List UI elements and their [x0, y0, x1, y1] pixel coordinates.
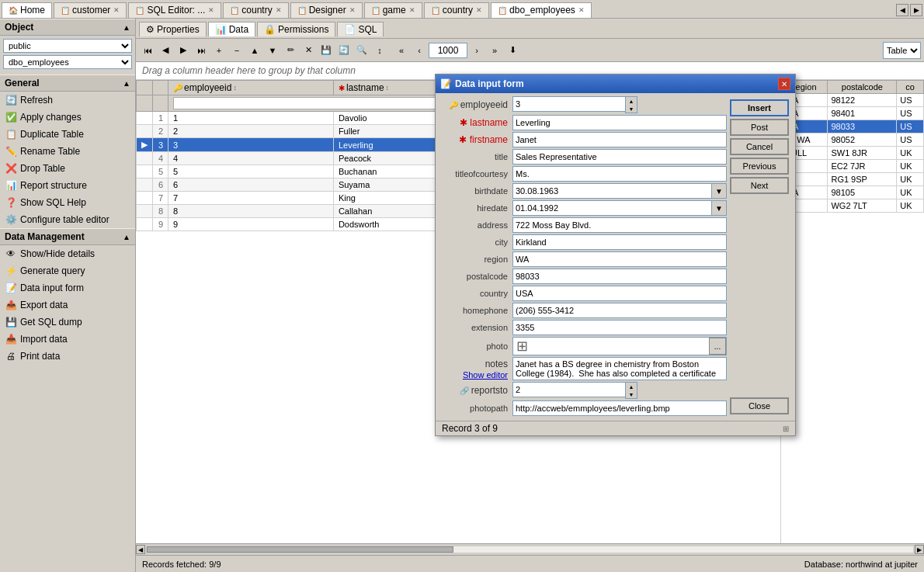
homephone-input[interactable]: (206) 555-3412: [512, 303, 727, 318]
insert-button[interactable]: Insert: [730, 99, 789, 116]
key-icon: 🔑: [449, 101, 458, 109]
post-button[interactable]: Post: [730, 119, 789, 136]
form-row-lastname: ✱ lastname Leverling: [439, 115, 727, 130]
form-row-birthdate: birthdate 30.08.1963 ▼: [439, 183, 727, 199]
label-homephone: homephone: [439, 306, 512, 315]
label-city: city: [439, 237, 512, 247]
form-row-region: region WA: [439, 251, 727, 267]
next-button[interactable]: Next: [730, 177, 789, 194]
label-photo: photo: [439, 341, 512, 351]
form-row-notes: notes Show editor Janet has a BS degree …: [439, 357, 727, 380]
birthdate-wrap: 30.08.1963 ▼: [512, 183, 727, 199]
label-region: region: [439, 255, 512, 264]
firstname-input[interactable]: Janet: [512, 132, 727, 147]
employeeid-input[interactable]: 3: [512, 96, 625, 112]
req-star-firstname: ✱: [459, 134, 469, 145]
employeeid-spin-down[interactable]: ▼: [626, 105, 637, 113]
label-country: country: [439, 289, 512, 298]
title-input[interactable]: Sales Representative: [512, 149, 727, 165]
label-birthdate: birthdate: [439, 186, 512, 196]
fk-icon: 🔗: [460, 387, 469, 395]
label-postalcode: postalcode: [439, 272, 512, 281]
hiredate-input[interactable]: 01.04.1992: [512, 200, 711, 216]
label-titleofcourtesy: titleofcourtesy: [439, 169, 512, 179]
form-row-employeeid: 🔑 employeeid 3 ▲ ▼: [439, 96, 727, 113]
modal-status-bar: Record 3 of 9 ⊞: [436, 421, 795, 435]
show-editor-link[interactable]: Show editor: [463, 370, 508, 380]
label-extension: extension: [439, 323, 512, 332]
extension-input[interactable]: 3355: [512, 320, 727, 335]
country-input[interactable]: USA: [512, 286, 727, 301]
reportsto-wrap: 2 ▲ ▼: [512, 382, 637, 399]
label-reportsto: 🔗 reportsto: [439, 385, 512, 396]
birthdate-picker-btn[interactable]: ▼: [711, 183, 727, 199]
hiredate-picker-btn[interactable]: ▼: [711, 200, 727, 216]
lastname-input[interactable]: Leverling: [512, 115, 727, 130]
form-area: 🔑 employeeid 3 ▲ ▼ ✱ las: [439, 96, 727, 418]
titleofcourtesy-input[interactable]: Ms.: [512, 166, 727, 182]
reportsto-spinners: ▲ ▼: [625, 382, 637, 399]
employeeid-input-wrap: 3 ▲ ▼: [512, 96, 637, 113]
form-row-extension: extension 3355: [439, 320, 727, 335]
data-input-modal: 📝 Data input form ✕ 🔑 employeeid 3 ▲ ▼: [435, 74, 796, 436]
employeeid-spin-up[interactable]: ▲: [626, 97, 637, 105]
postalcode-input[interactable]: 98033: [512, 269, 727, 284]
photopath-input[interactable]: http://accweb/emmployees/leverling.bmp: [512, 400, 727, 416]
label-hiredate: hiredate: [439, 203, 512, 213]
city-input[interactable]: Kirkland: [512, 234, 727, 250]
record-status: Record 3 of 9: [442, 423, 498, 434]
btn-spacer: [730, 196, 789, 395]
form-row-postalcode: postalcode 98033: [439, 269, 727, 284]
address-input[interactable]: 722 Moss Bay Blvd.: [512, 217, 727, 233]
reportsto-input[interactable]: 2: [512, 382, 625, 397]
reportsto-spin-down[interactable]: ▼: [626, 390, 637, 398]
form-row-firstname: ✱ firstname Janet: [439, 132, 727, 147]
label-lastname: ✱ lastname: [439, 117, 512, 128]
label-notes: notes Show editor: [439, 357, 512, 380]
form-row-title: title Sales Representative: [439, 149, 727, 165]
resize-handle[interactable]: ⊞: [783, 425, 789, 433]
form-row-country: country USA: [439, 286, 727, 301]
modal-close-btn[interactable]: ✕: [778, 78, 790, 90]
form-row-photopath: photopath http://accweb/emmployees/lever…: [439, 400, 727, 416]
modal-title-text: Data input form: [455, 78, 778, 89]
form-row-photo: photo ⊞ ...: [439, 337, 727, 355]
form-row-titleofcourtesy: titleofcourtesy Ms.: [439, 166, 727, 182]
notes-textarea[interactable]: Janet has a BS degree in chemistry from …: [512, 357, 727, 380]
modal-body: 🔑 employeeid 3 ▲ ▼ ✱ las: [436, 93, 795, 421]
modal-title-bar: 📝 Data input form ✕: [436, 75, 795, 93]
previous-button[interactable]: Previous: [730, 158, 789, 175]
form-row-hiredate: hiredate 01.04.1992 ▼: [439, 200, 727, 216]
reportsto-spin-up[interactable]: ▲: [626, 383, 637, 390]
label-employeeid: 🔑 employeeid: [439, 99, 512, 110]
form-row-reportsto: 🔗 reportsto 2 ▲ ▼: [439, 382, 727, 399]
label-photopath: photopath: [439, 404, 512, 413]
photo-browse-btn[interactable]: ...: [709, 338, 726, 355]
notes-wrap: Janet has a BS degree in chemistry from …: [512, 357, 727, 380]
close-button[interactable]: Close: [730, 397, 789, 414]
label-title: title: [439, 152, 512, 161]
req-star-lastname: ✱: [460, 117, 470, 128]
modal-overlay: 📝 Data input form ✕ 🔑 employeeid 3 ▲ ▼: [0, 0, 924, 572]
label-address: address: [439, 220, 512, 230]
hiredate-wrap: 01.04.1992 ▼: [512, 200, 727, 216]
form-row-address: address 722 Moss Bay Blvd.: [439, 217, 727, 233]
region-input[interactable]: WA: [512, 251, 727, 267]
employeeid-spinners: ▲ ▼: [625, 96, 637, 113]
form-row-city: city Kirkland: [439, 234, 727, 250]
form-row-homephone: homephone (206) 555-3412: [439, 303, 727, 318]
modal-title-icon: 📝: [440, 78, 452, 89]
cancel-button[interactable]: Cancel: [730, 138, 789, 155]
birthdate-input[interactable]: 30.08.1963: [512, 183, 711, 199]
photo-grid-icon: ⊞: [513, 338, 709, 355]
photo-container: ⊞ ...: [512, 337, 727, 355]
modal-buttons: Insert Post Cancel Previous Next Close: [730, 96, 792, 418]
label-firstname: ✱ firstname: [439, 134, 512, 145]
